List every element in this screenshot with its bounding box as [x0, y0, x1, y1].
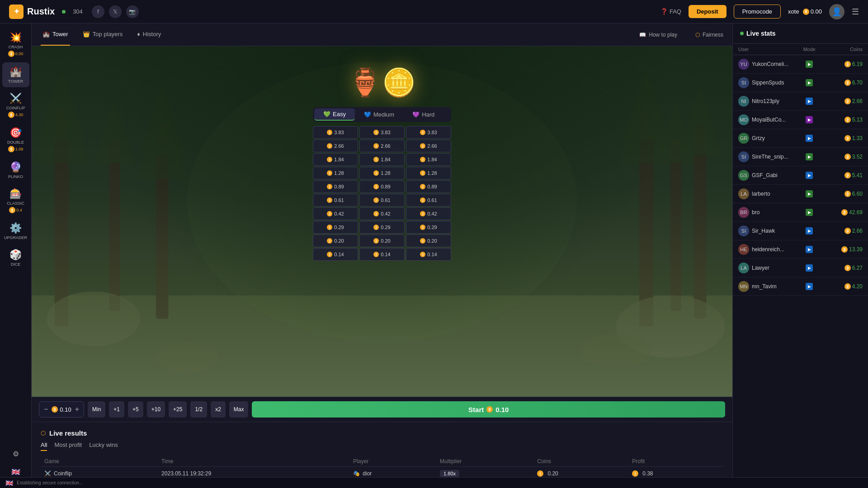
tower-cell[interactable]: ₿1.84 [313, 153, 358, 166]
stats-row[interactable]: MO MoyaiButCo... ▶ ₿ 5.13 [733, 111, 868, 129]
tower-cell[interactable]: ₿3.83 [359, 126, 405, 139]
tower-cell[interactable]: ₿0.42 [406, 207, 451, 220]
tower-cell[interactable]: ₿0.29 [406, 221, 451, 234]
bet-decrease-button[interactable]: − [44, 406, 48, 413]
cell-coin-icon: ₿ [420, 130, 425, 135]
tower-row: ₿1.28₿1.28₿1.28 [313, 167, 451, 179]
tower-cell[interactable]: ₿0.14 [406, 248, 451, 261]
tower-cell[interactable]: ₿1.28 [406, 167, 451, 179]
stats-col-mode-header: Mode [792, 47, 827, 52]
sidebar-item-coinflip[interactable]: ⚔️ COINFLIP ₿4.30 [2, 89, 29, 122]
how-to-play-link[interactable]: 📖 How to play [639, 32, 677, 38]
quick-btn-max[interactable]: Max [229, 401, 249, 418]
tab-top-players[interactable]: 👑 Top players [81, 23, 124, 46]
tower-cell[interactable]: ₿0.89 [359, 180, 405, 193]
tab-tower[interactable]: 🏰 Tower [41, 23, 70, 46]
tower-cell[interactable]: ₿0.20 [313, 235, 358, 247]
tower-cell[interactable]: ₿3.83 [406, 126, 451, 139]
stats-row[interactable]: LA Lawyer ▶ ₿ 6.27 [733, 259, 868, 277]
faq-link[interactable]: ❓ FAQ [660, 8, 681, 15]
tower-cell[interactable]: ₿1.84 [406, 153, 451, 166]
stats-row[interactable]: NI Nitro123ply ▶ ₿ 2.66 [733, 92, 868, 111]
tower-cell[interactable]: ₿0.14 [359, 248, 405, 261]
tower-cell[interactable]: ₿0.61 [313, 194, 358, 206]
svg-rect-3 [109, 140, 120, 311]
stats-mode: ▶ [792, 116, 827, 123]
sidebar-item-dice[interactable]: 🎲 DICE [2, 245, 29, 270]
start-button[interactable]: Start ₿ 0.10 [252, 401, 725, 418]
tower-cell[interactable]: ₿2.66 [359, 140, 405, 152]
tower-cell[interactable]: ₿1.84 [359, 153, 405, 166]
stats-row[interactable]: SI SireThe_snip... ▶ ₿ 3.52 [733, 148, 868, 166]
diff-tab-hard[interactable]: 💜 Hard [403, 108, 443, 121]
tower-cell[interactable]: ₿3.83 [313, 126, 358, 139]
stats-row[interactable]: MN mn_Tavim ▶ ₿ 4.20 [733, 277, 868, 296]
stats-row[interactable]: GR Grtzy ▶ ₿ 1.33 [733, 129, 868, 148]
hamburger-menu-icon[interactable]: ☰ [852, 7, 859, 17]
tower-cell[interactable]: ₿0.89 [313, 180, 358, 193]
tower-cell[interactable]: ₿1.28 [359, 167, 405, 179]
player-avatar: 🎭 [353, 470, 360, 477]
tower-cell[interactable]: ₿0.20 [406, 235, 451, 247]
stats-row[interactable]: SI Sir_Hawk ▶ ₿ 2.66 [733, 222, 868, 240]
settings-icon[interactable]: ⚙ [9, 446, 23, 461]
tower-cell[interactable]: ₿0.42 [359, 207, 405, 220]
tower-cell[interactable]: ₿0.61 [406, 194, 451, 206]
sidebar-item-tower[interactable]: 🏰 TOWER [2, 62, 29, 87]
tower-cell[interactable]: ₿0.14 [313, 248, 358, 261]
deposit-button[interactable]: Deposit [689, 5, 726, 18]
tower-cell[interactable]: ₿0.20 [359, 235, 405, 247]
live-dot [62, 10, 66, 14]
promo-button[interactable]: Promocode [734, 5, 781, 19]
stats-row[interactable]: SI SippenSpuds ▶ ₿ 6.70 [733, 74, 868, 92]
stats-row[interactable]: LA larberto ▶ ₿ 6.60 [733, 185, 868, 203]
stats-row[interactable]: YU YukonCorneli... ▶ ₿ 6.19 [733, 55, 868, 74]
tower-cell[interactable]: ₿2.66 [406, 140, 451, 152]
cell-value: 1.84 [334, 157, 344, 162]
instagram-icon[interactable]: 📷 [126, 5, 139, 18]
tower-cell[interactable]: ₿2.66 [313, 140, 358, 152]
tower-cell[interactable]: ₿0.89 [406, 180, 451, 193]
logo[interactable]: ✦ Rustix [9, 5, 55, 19]
stats-coins: ₿ 5.41 [827, 172, 863, 178]
results-tab-all[interactable]: All [41, 441, 47, 451]
quick-btn-x2[interactable]: x2 [211, 401, 226, 418]
fairness-label: Fairness [703, 32, 723, 38]
tower-cell[interactable]: ₿0.29 [359, 221, 405, 234]
tower-cell[interactable]: ₿0.29 [313, 221, 358, 234]
stats-mode: ▶ [792, 190, 827, 197]
avatar[interactable]: 👤 [829, 4, 844, 19]
tower-cell[interactable]: ₿0.42 [313, 207, 358, 220]
results-tab-lucky-wins[interactable]: Lucky wins [89, 441, 118, 451]
tower-cell[interactable]: ₿0.61 [359, 194, 405, 206]
quick-btn-plus1[interactable]: +1 [109, 401, 124, 418]
sidebar-item-double[interactable]: 🎯 DOUBLE ₿1.08 [2, 123, 29, 156]
tab-history[interactable]: ♦ History [135, 23, 163, 46]
stats-row[interactable]: HE heidenreich... ▶ ₿ 13.39 [733, 240, 868, 259]
facebook-icon[interactable]: f [92, 5, 104, 18]
diff-tab-medium[interactable]: 💙 Medium [355, 108, 403, 121]
sidebar-item-plinko[interactable]: 🔮 PLINKO [2, 158, 29, 183]
tower-label: TOWER [8, 79, 23, 84]
stats-row[interactable]: BR bro ▶ ₿ 42.69 [733, 203, 868, 222]
quick-btn-plus25[interactable]: +25 [169, 401, 187, 418]
stats-coin-icon: ₿ [844, 172, 851, 178]
sidebar-item-classic[interactable]: 🎰 CLASSIC ₿0.4 [2, 184, 29, 217]
quick-btn-plus5[interactable]: +5 [128, 401, 143, 418]
bet-increase-button[interactable]: + [75, 406, 79, 413]
username-text: larberto [752, 191, 770, 197]
stats-user: NI Nitro123ply [738, 96, 792, 107]
twitter-icon[interactable]: 𝕏 [109, 5, 122, 18]
quick-btn-half[interactable]: 1/2 [190, 401, 207, 418]
stats-row[interactable]: GS GSF_Gabi ▶ ₿ 5.41 [733, 166, 868, 185]
tower-cell[interactable]: ₿1.28 [313, 167, 358, 179]
quick-btn-min[interactable]: Min [88, 401, 105, 418]
fairness-link[interactable]: ⬡ Fairness [695, 32, 723, 38]
sidebar-item-crash[interactable]: 💥 CRASH ₿0.00 [2, 28, 29, 61]
how-to-play-label: How to play [649, 32, 677, 38]
main-layout: 💥 CRASH ₿0.00 🏰 TOWER ⚔️ COINFLIP ₿4.30 … [0, 23, 868, 488]
quick-btn-plus10[interactable]: +10 [147, 401, 165, 418]
diff-tab-easy[interactable]: 💚 Easy [314, 108, 355, 121]
sidebar-item-upgrader[interactable]: ⚙️ UPGRADER [2, 219, 29, 244]
results-tab-most-profit[interactable]: Most profit [54, 441, 82, 451]
